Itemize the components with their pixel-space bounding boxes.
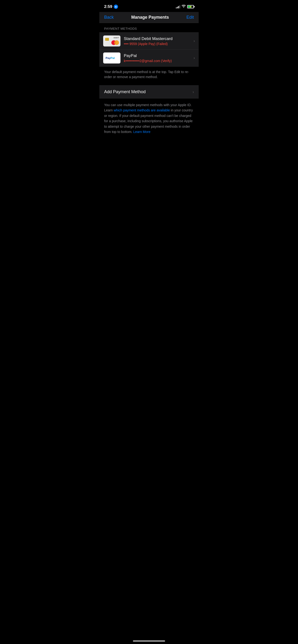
add-payment-section: Add Payment Method › xyxy=(99,85,199,98)
footer-text: You can use multiple payment methods wit… xyxy=(99,98,199,138)
status-icons: ⚡ xyxy=(176,5,194,8)
add-payment-label: Add Payment Method xyxy=(104,89,146,94)
status-bar: 2:59 ⚡ xyxy=(99,0,199,12)
add-payment-chevron: › xyxy=(193,90,194,94)
mastercard-payment-item[interactable]: debit Standard Debit Mastercard •••• 955… xyxy=(99,32,199,50)
page-title: Manage Payments xyxy=(131,15,169,20)
paypal-payment-item[interactable]: PayPal PayPal k••••••••••••2@gmail.com (… xyxy=(99,50,199,66)
location-icon xyxy=(114,4,118,9)
default-payment-info: Your default payment method is at the to… xyxy=(99,66,199,84)
paypal-name: PayPal xyxy=(124,54,190,58)
payment-methods-list: debit Standard Debit Mastercard •••• 955… xyxy=(99,32,199,66)
paypal-logo-image: PayPal xyxy=(106,56,118,60)
wifi-icon xyxy=(182,5,186,8)
navigation-bar: Back Manage Payments Edit xyxy=(99,12,199,23)
status-time: 2:59 xyxy=(104,4,118,9)
mastercard-name: Standard Debit Mastercard xyxy=(124,36,190,41)
add-payment-method-button[interactable]: Add Payment Method › xyxy=(99,86,199,98)
mastercard-logo xyxy=(111,40,119,45)
mastercard-info: Standard Debit Mastercard •••• 9559 (App… xyxy=(124,36,190,46)
svg-marker-0 xyxy=(115,6,117,8)
payment-methods-header: PAYMENT METHODS xyxy=(99,23,199,32)
paypal-detail: k••••••••••••2@gmail.com (Verify) xyxy=(124,59,190,63)
debit-label: debit xyxy=(114,37,119,38)
svg-point-1 xyxy=(183,7,184,8)
payment-methods-link[interactable]: which payment methods are available xyxy=(114,108,170,112)
paypal-info: PayPal k••••••••••••2@gmail.com (Verify) xyxy=(124,54,190,63)
card-chip xyxy=(105,38,109,41)
svg-text:PayPal: PayPal xyxy=(106,56,115,60)
battery-icon: ⚡ xyxy=(187,5,194,8)
paypal-chevron: › xyxy=(194,56,195,60)
learn-more-link[interactable]: Learn More xyxy=(133,130,151,134)
edit-button[interactable]: Edit xyxy=(186,15,194,20)
time-display: 2:59 xyxy=(104,4,112,9)
paypal-logo-container: PayPal xyxy=(103,52,120,64)
mastercard-card-image: debit xyxy=(103,36,120,46)
mastercard-chevron: › xyxy=(194,39,195,43)
signal-icon xyxy=(176,5,180,8)
back-button[interactable]: Back xyxy=(104,15,114,20)
mastercard-detail: •••• 9559 (Apple Pay) (Failed) xyxy=(124,42,190,46)
